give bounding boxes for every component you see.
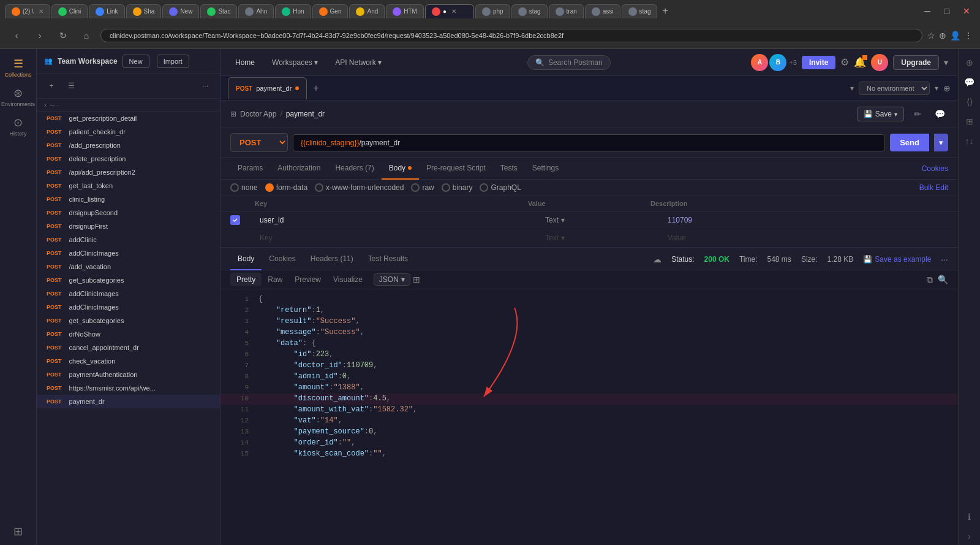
browser-tab-4[interactable]: Sha: [126, 4, 162, 18]
method-selector[interactable]: POST GET PUT DELETE PATCH: [230, 133, 288, 152]
list-item-active[interactable]: POST payment_dr: [37, 395, 220, 408]
forward-button[interactable]: ›: [31, 26, 49, 45]
panel-options-button[interactable]: ···: [198, 78, 213, 93]
list-item[interactable]: POST paymentAuthentication: [37, 368, 220, 381]
user-avatar[interactable]: U: [871, 54, 888, 71]
nav-home[interactable]: Home: [230, 56, 260, 69]
env-dropdown-button[interactable]: ▾: [935, 84, 938, 93]
option-graphql[interactable]: GraphQL: [480, 183, 521, 192]
list-item[interactable]: POST get_subcategories: [37, 314, 220, 327]
resp-tab-headers[interactable]: Headers (11): [303, 248, 361, 270]
address-input[interactable]: [100, 29, 922, 42]
invite-button[interactable]: Invite: [802, 56, 835, 69]
browser-tab-5[interactable]: New: [162, 4, 199, 18]
browser-tab-1[interactable]: (2) \ ✕: [5, 4, 50, 18]
minimize-button[interactable]: ─: [919, 2, 936, 20]
settings-icon[interactable]: ⚙: [840, 56, 849, 68]
extension-icon[interactable]: ⊕: [939, 31, 946, 40]
format-preview[interactable]: Preview: [288, 273, 327, 286]
format-raw[interactable]: Raw: [262, 273, 288, 286]
option-raw[interactable]: raw: [411, 183, 434, 192]
resp-tab-test-results[interactable]: Test Results: [361, 248, 415, 270]
option-binary[interactable]: binary: [442, 183, 473, 192]
tab-close-active[interactable]: ✕: [451, 8, 456, 15]
back-button[interactable]: ‹: [7, 26, 26, 45]
upgrade-chevron[interactable]: ▾: [944, 58, 948, 67]
nav-workspaces[interactable]: Workspaces ▾: [267, 56, 323, 69]
sidebar-item-environments[interactable]: ⊛ Environments: [5, 83, 32, 110]
browser-tab-3[interactable]: Link: [89, 4, 124, 18]
bulk-edit-button[interactable]: Bulk Edit: [919, 183, 948, 192]
browser-tab-6[interactable]: Stac: [200, 4, 237, 18]
right-sidebar-btn-2[interactable]: 💬: [961, 74, 978, 91]
list-item[interactable]: POST /add_vacation: [37, 260, 220, 273]
menu-icon[interactable]: ⋮: [964, 31, 973, 40]
new-button[interactable]: New: [123, 55, 149, 68]
browser-tab-10[interactable]: And: [349, 4, 385, 18]
cookies-link-button[interactable]: Cookies: [922, 164, 948, 173]
save-example-button[interactable]: 💾 Save as example: [863, 255, 931, 264]
tab-params[interactable]: Params: [230, 158, 270, 180]
send-dropdown-button[interactable]: ▾: [934, 134, 948, 151]
maximize-button[interactable]: □: [938, 2, 956, 20]
resp-tab-body[interactable]: Body: [230, 248, 262, 270]
list-item[interactable]: POST patient_checkin_dr: [37, 125, 220, 139]
send-button[interactable]: Send: [890, 134, 929, 151]
browser-tab-15[interactable]: tran: [549, 4, 584, 18]
refresh-button[interactable]: ↻: [54, 26, 72, 45]
browser-tab-17[interactable]: stag: [622, 4, 658, 18]
tab-headers[interactable]: Headers (7): [328, 158, 381, 180]
browser-tab-7[interactable]: Ahn: [238, 4, 274, 18]
option-none[interactable]: none: [230, 183, 258, 192]
kv-value-1[interactable]: 110709: [663, 214, 948, 226]
list-item[interactable]: POST delete_prescription: [37, 152, 220, 166]
format-visualize[interactable]: Visualize: [327, 273, 369, 286]
browser-tab-16[interactable]: assi: [585, 4, 620, 18]
close-button[interactable]: ✕: [958, 2, 975, 20]
browser-tab-2[interactable]: Clini: [51, 4, 88, 18]
profile-icon[interactable]: 👤: [950, 31, 960, 40]
right-sidebar-collapse[interactable]: ›: [961, 528, 978, 545]
add-collection-button[interactable]: +: [44, 78, 59, 93]
send-to-collection-button[interactable]: ⊕: [943, 83, 951, 93]
tab-pre-request[interactable]: Pre-request Script: [419, 158, 493, 180]
list-item[interactable]: POST clinic_listing: [37, 192, 220, 206]
edit-icon-button[interactable]: ✏: [909, 105, 926, 123]
right-sidebar-btn-6[interactable]: ℹ: [961, 508, 978, 525]
format-pretty[interactable]: Pretty: [230, 273, 262, 286]
home-button[interactable]: ⌂: [77, 26, 96, 45]
environment-selector[interactable]: No environment: [859, 82, 930, 95]
comment-icon-button[interactable]: 💬: [931, 105, 948, 123]
format-type-selector[interactable]: JSON ▾: [374, 273, 410, 286]
save-button[interactable]: 💾 Save ▾: [857, 107, 904, 121]
upgrade-button[interactable]: Upgrade: [893, 55, 939, 70]
right-sidebar-btn-1[interactable]: ⊕: [961, 54, 978, 71]
collapsed-item[interactable]: › ─ ·: [37, 99, 220, 112]
request-tab-payment-dr[interactable]: POST payment_dr: [228, 77, 307, 99]
breadcrumb-request[interactable]: payment_dr: [286, 110, 325, 118]
resp-tab-cookies[interactable]: Cookies: [262, 248, 303, 270]
new-tab-button[interactable]: +: [658, 6, 671, 17]
list-item[interactable]: POST drsignupFirst: [37, 219, 220, 233]
kv-type-empty[interactable]: Text ▾: [540, 232, 663, 244]
sidebar-item-collections[interactable]: ☰ Collections: [5, 54, 32, 81]
import-button[interactable]: Import: [157, 55, 189, 68]
filter-icon-btn[interactable]: ⊞: [413, 275, 420, 284]
list-item[interactable]: POST /api/add_prescription2: [37, 166, 220, 179]
more-options-button[interactable]: ···: [941, 254, 948, 264]
list-item[interactable]: POST cancel_appointment_dr: [37, 341, 220, 354]
list-item[interactable]: POST get_subcategories: [37, 273, 220, 287]
list-item[interactable]: POST addClinic: [37, 233, 220, 246]
tab-body[interactable]: Body: [382, 158, 419, 180]
copy-response-button[interactable]: ⧉: [927, 275, 933, 285]
sidebar-item-apps[interactable]: ⊞: [5, 518, 32, 545]
search-box[interactable]: 🔍 Search Postman: [527, 55, 611, 70]
kv-type-1[interactable]: Text ▾: [540, 214, 663, 226]
tab-close-1[interactable]: ✕: [39, 8, 43, 15]
browser-tab-11[interactable]: HTM: [386, 4, 424, 18]
browser-tab-14[interactable]: stag: [511, 4, 548, 18]
right-sidebar-btn-3[interactable]: ⟨⟩: [961, 93, 978, 110]
kv-checkbox-1[interactable]: [230, 215, 240, 225]
option-form-data[interactable]: form-data: [265, 183, 307, 192]
tab-options-button[interactable]: ▾: [850, 84, 854, 93]
